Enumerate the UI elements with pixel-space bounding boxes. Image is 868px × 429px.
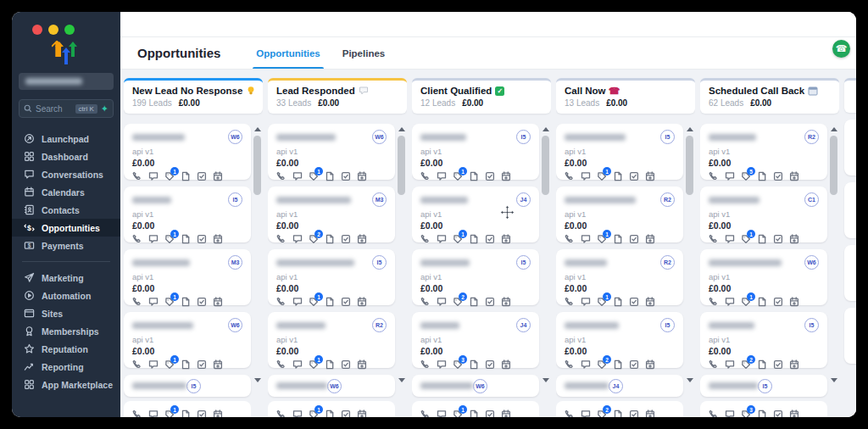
- call-icon[interactable]: [565, 297, 575, 307]
- scrollbar-thumb[interactable]: [542, 136, 549, 195]
- appointment-icon[interactable]: [357, 234, 367, 244]
- tab-pipelines[interactable]: Pipelines: [342, 37, 386, 69]
- call-icon[interactable]: [565, 359, 575, 370]
- tag-icon[interactable]: 1: [453, 410, 463, 417]
- tasks-icon[interactable]: [197, 297, 207, 307]
- scroll-down-arrow-icon[interactable]: [398, 378, 405, 382]
- tasks-icon[interactable]: [197, 359, 207, 370]
- sms-icon[interactable]: [581, 359, 591, 370]
- notes-icon[interactable]: [181, 297, 191, 307]
- sidebar-item-automation[interactable]: Automation: [12, 287, 120, 304]
- sms-icon[interactable]: [292, 410, 303, 417]
- opportunity-card[interactable]: R2api v1£0.001: [268, 312, 395, 368]
- sms-icon[interactable]: [725, 171, 735, 181]
- appointment-icon[interactable]: [357, 297, 367, 307]
- sms-icon[interactable]: [148, 234, 159, 244]
- sidebar-item-dashboard[interactable]: Dashboard: [12, 148, 120, 165]
- opportunity-card[interactable]: W6api v1£0.001: [268, 124, 395, 180]
- sms-icon[interactable]: [581, 234, 591, 244]
- sidebar-item-opportunities[interactable]: $Opportunities: [12, 219, 120, 237]
- tasks-icon[interactable]: [341, 171, 351, 181]
- tasks-icon[interactable]: [629, 171, 639, 181]
- tasks-icon[interactable]: [773, 359, 783, 370]
- sms-icon[interactable]: [148, 410, 159, 417]
- tasks-icon[interactable]: [341, 234, 351, 244]
- call-icon[interactable]: [709, 297, 719, 307]
- call-icon[interactable]: [276, 359, 287, 370]
- notes-icon[interactable]: [469, 410, 479, 417]
- sidebar-item-reporting[interactable]: Reporting: [12, 358, 120, 376]
- tag-icon[interactable]: 2: [741, 359, 751, 370]
- tag-icon[interactable]: 1: [164, 171, 175, 181]
- sms-icon[interactable]: [581, 297, 591, 307]
- sms-icon[interactable]: [725, 234, 735, 244]
- tasks-icon[interactable]: [197, 234, 207, 244]
- notes-icon[interactable]: [613, 234, 623, 244]
- appointment-icon[interactable]: [645, 297, 655, 307]
- scrollbar-thumb[interactable]: [253, 136, 261, 195]
- notes-icon[interactable]: [613, 410, 623, 417]
- opportunity-card[interactable]: C1api v1£0.001: [700, 187, 827, 242]
- sms-icon[interactable]: [437, 171, 447, 181]
- sms-icon[interactable]: [725, 297, 735, 307]
- call-icon[interactable]: [420, 297, 431, 307]
- close-window-button[interactable]: [32, 25, 42, 35]
- notes-icon[interactable]: [469, 234, 479, 244]
- tasks-icon[interactable]: [485, 297, 495, 307]
- notes-icon[interactable]: [325, 234, 335, 244]
- appointment-icon[interactable]: [789, 410, 799, 417]
- call-icon[interactable]: [420, 171, 431, 181]
- sparkle-icon[interactable]: ✦: [101, 104, 108, 114]
- opportunity-card[interactable]: W6api v1£0.001: [124, 312, 251, 368]
- notes-icon[interactable]: [181, 410, 191, 417]
- opportunity-card[interactable]: J4api v1£0.003: [412, 312, 539, 368]
- call-icon[interactable]: [276, 297, 287, 307]
- tag-icon[interactable]: 1: [597, 297, 607, 307]
- opportunity-card[interactable]: I5api v1£0.001: [412, 124, 539, 180]
- sidebar-item-reputation[interactable]: Reputation: [12, 340, 120, 358]
- tag-icon[interactable]: 2: [597, 410, 607, 417]
- appointment-icon[interactable]: [789, 171, 799, 181]
- opportunity-card[interactable]: I5api v1£0.001: [268, 249, 395, 305]
- sidebar-item-marketing[interactable]: Marketing: [12, 269, 120, 287]
- tag-icon[interactable]: 1: [309, 410, 319, 417]
- tag-icon[interactable]: 1: [597, 171, 607, 181]
- appointment-icon[interactable]: [501, 359, 511, 370]
- sidebar-item-launchpad[interactable]: Launchpad: [12, 130, 120, 148]
- column-scrollbar[interactable]: [398, 124, 406, 417]
- sms-icon[interactable]: [725, 410, 735, 417]
- sms-icon[interactable]: [581, 410, 591, 417]
- notes-icon[interactable]: [757, 171, 767, 181]
- sms-icon[interactable]: [725, 359, 735, 370]
- scroll-up-arrow-icon[interactable]: [254, 127, 261, 131]
- sms-icon[interactable]: [437, 297, 447, 307]
- appointment-icon[interactable]: [501, 297, 511, 307]
- sms-icon[interactable]: [437, 234, 447, 244]
- tasks-icon[interactable]: [773, 297, 783, 307]
- tasks-icon[interactable]: [341, 359, 351, 370]
- tasks-icon[interactable]: [197, 410, 207, 417]
- search-input[interactable]: Search ctrl K ✦: [19, 99, 114, 118]
- sidebar-item-app-marketplace[interactable]: App Marketplace: [12, 376, 120, 393]
- tasks-icon[interactable]: [485, 410, 495, 417]
- notes-icon[interactable]: [757, 359, 767, 370]
- tag-icon[interactable]: 1: [453, 171, 463, 181]
- call-icon[interactable]: [132, 410, 142, 417]
- appointment-icon[interactable]: [789, 234, 799, 244]
- sms-icon[interactable]: [292, 297, 303, 307]
- appointment-icon[interactable]: [789, 359, 799, 370]
- opportunity-card-partial[interactable]: W6: [268, 375, 395, 397]
- opportunity-card[interactable]: W6api v1£0.001: [700, 249, 827, 305]
- scroll-down-arrow-icon[interactable]: [831, 378, 837, 382]
- call-icon[interactable]: [276, 171, 287, 181]
- notes-icon[interactable]: [325, 171, 335, 181]
- appointment-icon[interactable]: [213, 297, 223, 307]
- appointment-icon[interactable]: [789, 297, 799, 307]
- opportunity-card[interactable]: R2api v1£0.001: [556, 249, 683, 305]
- scroll-up-arrow-icon[interactable]: [687, 127, 693, 131]
- sidebar-item-payments[interactable]: $Payments: [12, 237, 120, 254]
- call-icon[interactable]: [420, 359, 431, 370]
- appointment-icon[interactable]: [213, 359, 223, 370]
- account-switcher[interactable]: [19, 73, 114, 90]
- opportunity-card[interactable]: I5api v1£0.001: [556, 124, 683, 180]
